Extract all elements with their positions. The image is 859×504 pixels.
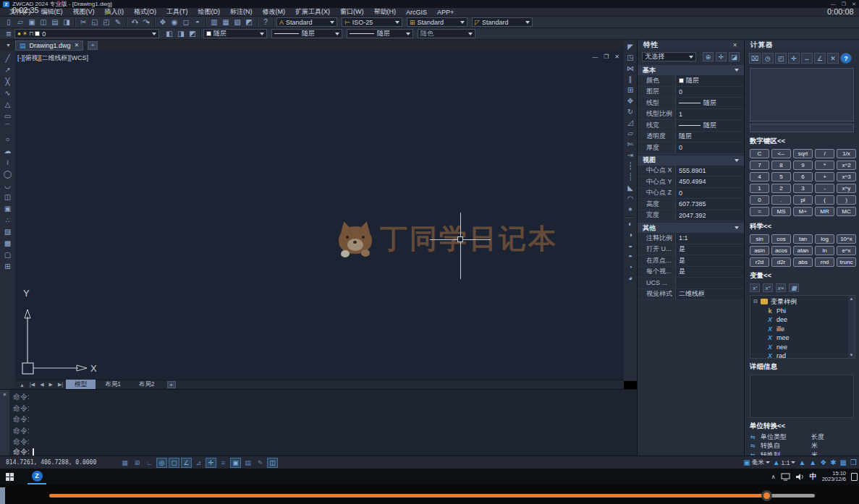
- layer-dropdown[interactable]: ● ☀ ⊓ 0: [14, 29, 159, 38]
- variable-item-phi[interactable]: kPhi: [753, 307, 855, 316]
- snap-mode-toggle[interactable]: ⊞: [132, 458, 143, 468]
- scale-button[interactable]: ◿: [625, 117, 636, 128]
- layout-add-button[interactable]: +: [167, 381, 176, 388]
- dynamic-input-toggle[interactable]: ✛: [206, 458, 216, 468]
- property-value[interactable]: 随层: [675, 98, 744, 108]
- transparency-toggle[interactable]: ▣: [230, 458, 241, 468]
- copy-object-button[interactable]: ◳: [625, 52, 636, 63]
- menu-item-12[interactable]: ArcGIS: [401, 9, 432, 16]
- layout-tab-sym[interactable]: 模型: [66, 380, 96, 390]
- workspace-switch-button[interactable]: ❖: [820, 458, 826, 466]
- rotate-button[interactable]: ↻: [625, 106, 636, 117]
- new-tab-button[interactable]: +: [88, 41, 98, 50]
- volume-icon[interactable]: [795, 473, 805, 481]
- match-properties-button[interactable]: ✎: [112, 17, 124, 27]
- drawing-restore-button[interactable]: ❐: [604, 54, 609, 60]
- table-button[interactable]: ⊞: [1, 260, 14, 272]
- property-value[interactable]: 是: [675, 267, 744, 278]
- rectangle-button[interactable]: ▭: [1, 110, 14, 121]
- calc-key-sin[interactable]: sin: [750, 234, 769, 244]
- property-value[interactable]: 0: [675, 142, 744, 153]
- annotation-scale-chip[interactable]: ▲ 1:1: [773, 458, 796, 466]
- ellipse-button[interactable]: ◯: [1, 168, 14, 179]
- calc-key-m[interactable]: M+: [793, 207, 813, 216]
- layer-properties-button[interactable]: ≣: [3, 29, 14, 39]
- paste-value-button[interactable]: ◰: [775, 53, 787, 64]
- ray-button[interactable]: ↗: [1, 64, 14, 75]
- menu-item-6[interactable]: 绘图(D): [193, 7, 226, 17]
- scroll-up-icon[interactable]: ▲: [850, 296, 854, 301]
- calculator-input-field[interactable]: [750, 124, 854, 132]
- polyline-button[interactable]: ∿: [1, 87, 14, 98]
- gradient-button[interactable]: ▩: [1, 237, 14, 249]
- command-close-icon[interactable]: ✕: [3, 392, 7, 397]
- lineweight-dropdown[interactable]: 随层: [347, 29, 413, 38]
- calc-key-equals[interactable]: =: [750, 207, 769, 216]
- player-progress-remaining[interactable]: [769, 494, 815, 497]
- insert-block-button[interactable]: ◫: [1, 191, 14, 202]
- property-value[interactable]: 二维线框: [675, 289, 744, 300]
- measure-distance-button[interactable]: ↔: [801, 53, 813, 64]
- layout-nav-2[interactable]: ◀: [38, 382, 46, 388]
- auto-annotation-scale-button[interactable]: ▲: [809, 458, 816, 466]
- new-variable-button[interactable]: x′: [750, 283, 760, 292]
- arc-button[interactable]: ⌒: [1, 121, 14, 133]
- menu-item-10[interactable]: 窗口(W): [335, 7, 369, 17]
- menu-item-8[interactable]: 修改(M): [258, 7, 291, 17]
- calc-key-tan[interactable]: tan: [793, 234, 813, 244]
- redo-button[interactable]: ↷▾: [140, 17, 152, 27]
- circle-button[interactable]: ○: [1, 133, 14, 145]
- stretch-button[interactable]: ▱: [625, 128, 636, 139]
- numpad-section-label[interactable]: 数字键区<<: [745, 132, 859, 148]
- lineweight-display-toggle[interactable]: ≡: [218, 458, 229, 468]
- annotation-visibility-button[interactable]: ▲: [798, 458, 805, 466]
- property-value[interactable]: 1:1: [675, 233, 744, 244]
- property-value[interactable]: 是: [675, 244, 744, 255]
- calc-key-plus[interactable]: +: [815, 172, 834, 181]
- calc-key-asin[interactable]: asin: [750, 246, 769, 255]
- notification-center-icon[interactable]: [851, 473, 858, 481]
- line-button[interactable]: ╱: [1, 52, 14, 64]
- dynamic-ucs-toggle[interactable]: ⊿: [193, 458, 204, 468]
- calc-key-1-x[interactable]: 1/x: [837, 149, 856, 158]
- text-to-front-button[interactable]: ◔: [625, 262, 636, 273]
- variable-item-nee[interactable]: Xnee: [753, 343, 855, 352]
- dim-style-dropdown[interactable]: ⊢ISO-25: [342, 17, 402, 27]
- zoom-window-button[interactable]: ◻: [180, 17, 192, 27]
- menu-item-9[interactable]: 扩展工具(X): [290, 7, 335, 17]
- calc-key-ms[interactable]: MS: [771, 207, 791, 216]
- linetype-dropdown[interactable]: 随层: [271, 29, 342, 38]
- document-tab[interactable]: ▤ Drawing1.dwg ✕: [15, 40, 83, 51]
- undo-button[interactable]: ↶▾: [129, 17, 140, 27]
- paste-button[interactable]: ◰: [101, 17, 112, 27]
- player-progress-handle[interactable]: [761, 490, 772, 501]
- hatch-button[interactable]: ▨: [1, 226, 14, 237]
- workspace-toggle-toggle[interactable]: ◫: [267, 458, 278, 468]
- calc-key-10-x[interactable]: 10^x: [837, 234, 856, 244]
- unit-value[interactable]: 长度: [805, 432, 824, 442]
- start-button[interactable]: [0, 469, 19, 484]
- mleader-style-dropdown[interactable]: ◸Standard: [472, 17, 533, 27]
- cloud-sync-button[interactable]: ◩: [243, 17, 255, 27]
- break-button[interactable]: ┊: [625, 171, 636, 182]
- draworder-send-back-button[interactable]: ◑: [625, 229, 636, 240]
- clean-screen-button[interactable]: ❒: [850, 458, 857, 466]
- property-value[interactable]: 1: [675, 109, 744, 120]
- toggle-pickadd-button[interactable]: ⊕: [703, 52, 714, 61]
- region-button[interactable]: ▢: [1, 249, 14, 260]
- window-close-button[interactable]: ✕: [852, 1, 856, 7]
- draworder-send-under-button[interactable]: ◓: [625, 251, 636, 262]
- variables-folder-row[interactable]: ⊟ 变量样例: [753, 297, 855, 307]
- unit-value[interactable]: 米: [805, 441, 818, 450]
- layout-tab-2[interactable]: 布局2: [130, 380, 164, 390]
- hatch-to-back-button[interactable]: ◕: [625, 273, 636, 283]
- calc-key-4[interactable]: 4: [750, 172, 769, 181]
- calc-key-x-3[interactable]: x^3: [837, 172, 856, 181]
- calc-key-log[interactable]: log: [815, 234, 834, 244]
- quick-select-button[interactable]: ◪: [729, 52, 740, 61]
- menu-item-5[interactable]: 工具(T): [161, 7, 193, 17]
- calc-key-multiply[interactable]: *: [815, 161, 834, 170]
- measure-angle-button[interactable]: ∠: [814, 53, 826, 64]
- viewport-controls-label[interactable]: [-][俯视][二维线框][WCS]: [17, 54, 88, 63]
- property-value[interactable]: 随层: [675, 75, 744, 86]
